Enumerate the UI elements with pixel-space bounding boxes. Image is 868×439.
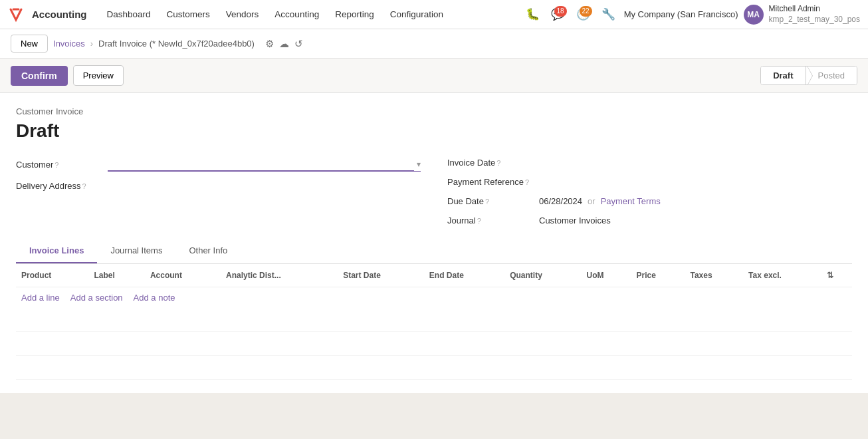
confirm-button[interactable]: Confirm (11, 66, 68, 86)
app-logo[interactable] (8, 7, 24, 23)
customer-label: Customer? (16, 160, 102, 170)
payment-reference-help-icon[interactable]: ? (525, 178, 529, 186)
activity-badge: 22 (580, 6, 592, 17)
status-bar: Draft Posted (760, 66, 857, 85)
add-links: Add a line Add a section Add a note (16, 287, 852, 308)
col-uom: UoM (582, 264, 631, 287)
add-section-link[interactable]: Add a section (70, 293, 123, 303)
empty-row-2 (16, 332, 852, 356)
payment-reference-label: Payment Reference? (447, 177, 534, 187)
nav-dashboard[interactable]: Dashboard (100, 7, 158, 22)
nav-reporting[interactable]: Reporting (328, 7, 381, 22)
delivery-address-field-row: Delivery Address? (16, 181, 421, 191)
status-draft[interactable]: Draft (761, 67, 806, 84)
main-form: Customer Invoice Draft Customer? ▾ (0, 93, 868, 393)
due-date-label: Due Date? (447, 196, 534, 206)
invoice-type: Customer Invoice (16, 106, 852, 116)
preview-button[interactable]: Preview (73, 65, 124, 86)
settings-icon[interactable]: ⚙ (265, 38, 274, 50)
col-tax-excl: Tax excl. (743, 264, 821, 287)
brand-name: Accounting (32, 9, 87, 20)
col-settings[interactable]: ⇅ (821, 264, 852, 287)
tab-invoice-lines[interactable]: Invoice Lines (16, 239, 97, 263)
tab-other-info[interactable]: Other Info (175, 239, 241, 263)
col-quantity: Quantity (504, 264, 581, 287)
journal-field-row: Journal? Customer Invoices (447, 216, 852, 225)
refresh-icon[interactable]: ↺ (294, 38, 303, 50)
col-start-date: Start Date (338, 264, 424, 287)
invoice-table: Product Label Account Analytic Dist... S… (16, 264, 852, 287)
wrench-icon[interactable]: 🔧 (599, 5, 619, 25)
activity-icon[interactable]: 🕐 22 (574, 5, 594, 25)
nav-vendors[interactable]: Vendors (219, 7, 266, 22)
form-right: Invoice Date? Payment Reference? (447, 158, 852, 225)
invoice-date-label: Invoice Date? (447, 158, 534, 168)
invoice-date-help-icon[interactable]: ? (496, 159, 500, 167)
col-analytic: Analytic Dist... (221, 264, 338, 287)
breadcrumb-current: Draft Invoice (* NewId_0x7f20adee4bb0) (98, 39, 255, 49)
delivery-help-icon[interactable]: ? (82, 182, 86, 190)
form-left: Customer? ▾ Delivery Address? (16, 158, 421, 225)
invoice-date-field-row: Invoice Date? (447, 158, 852, 168)
due-date-field-row: Due Date? 06/28/2024 or Payment Terms (447, 196, 852, 206)
journal-label: Journal? (447, 216, 534, 225)
payment-reference-field-row: Payment Reference? (447, 177, 852, 187)
avatar[interactable]: MA (744, 5, 764, 25)
db-name: kmp_2_test_may_30_pos (769, 15, 860, 25)
nav-accounting[interactable]: Accounting (268, 7, 326, 22)
due-date-value[interactable]: 06/28/2024 (539, 196, 582, 206)
nav-customers[interactable]: Customers (160, 7, 217, 22)
top-navigation: Accounting Dashboard Customers Vendors A… (0, 0, 868, 29)
customer-help-icon[interactable]: ? (54, 161, 58, 169)
messages-badge: 18 (554, 6, 567, 17)
add-note-link[interactable]: Add a note (134, 293, 175, 303)
col-product: Product (16, 264, 88, 287)
user-name: Mitchell Admin (769, 4, 860, 15)
journal-value[interactable]: Customer Invoices (539, 216, 852, 225)
customer-field-row: Customer? ▾ (16, 158, 421, 172)
journal-help-icon[interactable]: ? (477, 217, 481, 225)
company-info[interactable]: My Company (San Francisco) (624, 9, 738, 19)
col-account: Account (145, 264, 221, 287)
messages-icon[interactable]: 💬 18 (548, 5, 568, 25)
tabs-container: Invoice Lines Journal Items Other Info (16, 239, 852, 264)
breadcrumb-parent[interactable]: Invoices (53, 39, 85, 49)
status-posted[interactable]: Posted (806, 67, 857, 84)
or-text: or (588, 196, 596, 206)
tab-journal-items[interactable]: Journal Items (97, 239, 175, 263)
customer-input-container: ▾ (108, 158, 421, 172)
col-label: Label (88, 264, 144, 287)
user-info: Mitchell Admin kmp_2_test_may_30_pos (769, 4, 860, 25)
breadcrumb-bar: New Invoices › Draft Invoice (* NewId_0x… (0, 29, 868, 59)
payment-terms-link[interactable]: Payment Terms (601, 196, 661, 206)
add-line-link[interactable]: Add a line (21, 293, 60, 303)
nav-configuration[interactable]: Configuration (383, 7, 450, 22)
customer-dropdown-arrow[interactable]: ▾ (417, 160, 421, 169)
col-end-date: End Date (424, 264, 504, 287)
delivery-address-label: Delivery Address? (16, 181, 102, 191)
table-header-row: Product Label Account Analytic Dist... S… (16, 264, 852, 287)
invoice-status: Draft (16, 120, 852, 142)
bug-icon[interactable]: 🐛 (523, 5, 543, 25)
customer-input[interactable] (108, 158, 414, 171)
col-price: Price (631, 264, 685, 287)
cloud-icon[interactable]: ☁ (279, 38, 289, 50)
empty-row-3 (16, 356, 852, 380)
company-name: My Company (San Francisco) (624, 9, 738, 19)
col-taxes: Taxes (685, 264, 743, 287)
empty-row-1 (16, 308, 852, 332)
new-button[interactable]: New (11, 35, 48, 53)
breadcrumb-separator: › (90, 39, 93, 49)
due-date-help-icon[interactable]: ? (485, 198, 489, 206)
action-bar: Confirm Preview Draft Posted (0, 59, 868, 93)
